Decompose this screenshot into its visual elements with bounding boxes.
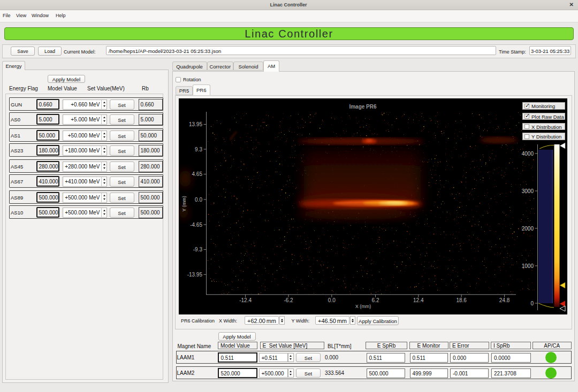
svg-text:-13.95: -13.95 xyxy=(187,272,203,278)
svg-text:-9.3: -9.3 xyxy=(193,247,203,252)
svg-text:24.8: 24.8 xyxy=(499,297,510,303)
svg-text:X (mm): X (mm) xyxy=(355,304,371,309)
svg-text:0.0: 0.0 xyxy=(195,197,202,203)
svg-text:3000: 3000 xyxy=(522,188,534,194)
svg-text:-6.2: -6.2 xyxy=(284,297,293,303)
svg-text:-12.4: -12.4 xyxy=(239,297,252,303)
svg-text:2000: 2000 xyxy=(522,226,534,232)
svg-text:4000: 4000 xyxy=(522,151,534,157)
svg-text:12.4: 12.4 xyxy=(413,297,424,303)
svg-text:13.95: 13.95 xyxy=(189,121,202,127)
svg-text:-4.65: -4.65 xyxy=(190,222,202,228)
svg-text:9.3: 9.3 xyxy=(195,147,202,152)
svg-text:4.65: 4.65 xyxy=(192,171,203,177)
svg-text:Y (mm): Y (mm) xyxy=(181,196,187,211)
svg-text:6.2: 6.2 xyxy=(372,297,379,303)
svg-text:18.6: 18.6 xyxy=(456,297,467,303)
svg-text:1000: 1000 xyxy=(522,263,534,269)
svg-text:0.0: 0.0 xyxy=(328,297,336,303)
svg-text:Image PR6: Image PR6 xyxy=(349,104,377,110)
svg-text:0: 0 xyxy=(530,301,534,306)
